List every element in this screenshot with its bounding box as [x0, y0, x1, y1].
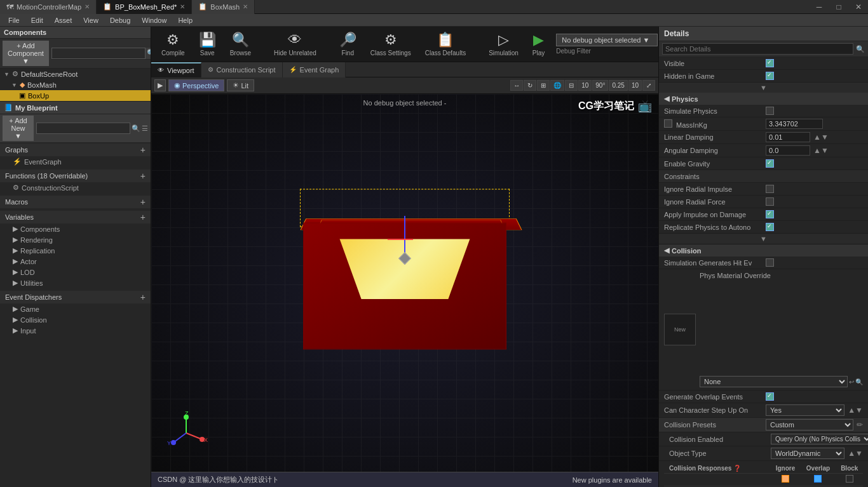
class-settings-button[interactable]: ⚙ Class Settings — [365, 29, 416, 59]
physics-scroll-arrow[interactable]: ▼ — [659, 234, 868, 244]
tab-close-motion[interactable]: ✕ — [85, 3, 90, 10]
default-ignore-cb[interactable] — [782, 475, 789, 483]
visible-checkbox[interactable] — [766, 59, 774, 67]
tab-bp-boxmesh[interactable]: 📋 BP_BoxMesh_Red* ✕ — [97, 0, 192, 14]
event-dispatchers-add-button[interactable]: + — [140, 292, 146, 302]
maximize-button[interactable]: □ — [829, 0, 848, 14]
macros-add-button[interactable]: + — [140, 197, 146, 207]
menu-view[interactable]: View — [78, 15, 104, 25]
save-button[interactable]: 💾 Save — [194, 29, 221, 59]
lit-button[interactable]: ☀ Lit — [227, 79, 254, 91]
bp-item-utilities[interactable]: ▶ Utilities — [0, 277, 151, 288]
bp-variables-header[interactable]: Variables + — [0, 211, 151, 223]
bp-functions-header[interactable]: Functions (18 Overridable) + — [0, 170, 151, 182]
default-block-cb[interactable] — [846, 475, 853, 483]
tab-event-graph[interactable]: ⚡ Event Graph — [283, 62, 346, 77]
physics-section-header[interactable]: ◀ Physics — [659, 93, 868, 105]
apply-impulse-checkbox[interactable] — [766, 210, 774, 218]
collision-responses-help[interactable]: ❓ — [733, 465, 741, 472]
grid-snap-value[interactable]: 10 — [578, 80, 592, 91]
bp-view-toggle[interactable]: ☰ — [142, 124, 148, 133]
maximize-viewport[interactable]: ⤢ — [642, 80, 655, 91]
linear-damping-input[interactable] — [766, 132, 810, 142]
tab-viewport[interactable]: 👁 Viewport — [151, 62, 201, 77]
angle-snap-icon[interactable]: 90° — [592, 80, 608, 91]
scroll-down-arrow[interactable]: ▼ — [659, 83, 868, 93]
scale-snap-value[interactable]: 0.25 — [609, 80, 627, 91]
viewport-3d[interactable]: X Z Y CG学习笔记 📺 No debug object selected … — [151, 94, 658, 487]
collision-enabled-select[interactable]: Query Only (No Physics Collision) — [771, 434, 868, 444]
bp-item-event-graph[interactable]: ⚡ EventGraph — [0, 156, 151, 167]
realtime-toggle[interactable]: ▶ — [154, 79, 166, 91]
tab-construction-script[interactable]: ⚙ Construction Script — [201, 62, 283, 77]
bp-item-actor[interactable]: ▶ Actor — [0, 256, 151, 267]
can-step-select[interactable]: Yes No — [766, 404, 844, 416]
add-component-button[interactable]: + Add Component ▼ — [3, 41, 49, 66]
angular-damping-arrow[interactable]: ▲▼ — [813, 146, 829, 155]
bp-item-construction-script[interactable]: ⚙ ConstructionScript — [0, 182, 151, 193]
bp-item-components[interactable]: ▶ Components — [0, 223, 151, 234]
mass-enable-checkbox[interactable] — [664, 119, 672, 128]
bp-item-replication[interactable]: ▶ Replication — [0, 245, 151, 256]
phys-material-search-icon[interactable]: 🔍 — [855, 378, 863, 385]
surface-snapping-icon[interactable]: ⊟ — [565, 80, 578, 91]
graphs-add-button[interactable]: + — [140, 145, 146, 155]
replicate-physics-checkbox[interactable] — [766, 223, 774, 231]
bp-item-game[interactable]: ▶ Game — [0, 304, 151, 314]
ignore-radial-force-checkbox[interactable] — [766, 197, 774, 206]
debug-dropdown[interactable]: No debug object selected ▼ — [556, 34, 658, 46]
collision-section-header[interactable]: ◀ Collision — [659, 244, 868, 257]
add-new-button[interactable]: + Add New ▼ — [3, 116, 34, 141]
default-overlap-cb[interactable] — [814, 475, 822, 483]
rotate-icon[interactable]: ↻ — [524, 80, 536, 91]
functions-add-button[interactable]: + — [140, 171, 146, 181]
enable-gravity-checkbox[interactable] — [766, 159, 774, 168]
bp-item-input[interactable]: ▶ Input — [0, 325, 151, 336]
menu-asset[interactable]: Asset — [50, 15, 78, 25]
phys-material-back-icon[interactable]: ↩ — [849, 378, 854, 385]
bp-graphs-header[interactable]: Graphs + — [0, 143, 151, 156]
variables-add-button[interactable]: + — [140, 212, 146, 222]
compile-button[interactable]: ⚙ Compile — [156, 29, 190, 59]
bp-search-input[interactable] — [36, 123, 130, 134]
class-defaults-button[interactable]: 📋 Class Defaults — [420, 29, 471, 59]
browse-button[interactable]: 🔍 Browse — [225, 29, 256, 59]
object-type-select[interactable]: WorldDynamic — [771, 448, 844, 459]
tree-item-boxup[interactable]: ▣ BoxUp — [0, 90, 151, 101]
tab-close-bm[interactable]: ✕ — [243, 3, 248, 10]
minimize-button[interactable]: ─ — [810, 0, 829, 14]
translate-icon[interactable]: ↔ — [510, 80, 523, 91]
bp-item-rendering[interactable]: ▶ Rendering — [0, 234, 151, 245]
tab-motion-controller-map[interactable]: 🗺 MotionControllerMap ✕ — [0, 0, 97, 14]
bp-item-collision[interactable]: ▶ Collision — [0, 314, 151, 325]
find-button[interactable]: 🔎 Find — [334, 29, 362, 59]
details-search-input[interactable] — [662, 43, 853, 55]
world-local-icon[interactable]: 🌐 — [550, 80, 564, 91]
my-blueprint-header[interactable]: 📘 My Blueprint — [0, 101, 151, 114]
can-step-arrow[interactable]: ▲▼ — [848, 406, 863, 415]
menu-window[interactable]: Window — [137, 15, 172, 25]
bp-event-dispatchers-header[interactable]: Event Dispatchers + — [0, 291, 151, 304]
play-button[interactable]: ▶ Play — [527, 29, 550, 59]
collision-presets-edit[interactable]: ✏ — [857, 420, 863, 429]
menu-file[interactable]: File — [3, 15, 25, 25]
simulate-physics-checkbox[interactable] — [766, 107, 774, 115]
menu-debug[interactable]: Debug — [105, 15, 135, 25]
bp-item-lod[interactable]: ▶ LOD — [0, 267, 151, 277]
tree-item-default-scene-root[interactable]: ▼ ⚙ DefaultSceneRoot — [0, 69, 151, 79]
phys-material-select[interactable]: None — [700, 376, 848, 387]
simulation-button[interactable]: ▷ Simulation — [484, 29, 524, 59]
menu-help[interactable]: Help — [173, 15, 198, 25]
ignore-radial-impulse-checkbox[interactable] — [766, 185, 774, 193]
angular-damping-input[interactable] — [766, 145, 810, 156]
hide-unrelated-button[interactable]: 👁 Hide Unrelated — [269, 29, 322, 59]
camera-speed-value[interactable]: 10 — [628, 80, 642, 91]
linear-damping-arrow[interactable]: ▲▼ — [813, 133, 829, 142]
object-type-arrow[interactable]: ▲▼ — [848, 449, 863, 458]
close-button[interactable]: ✕ — [849, 0, 868, 14]
tab-boxmash[interactable]: 📋 BoxMash ✕ — [192, 0, 255, 14]
perspective-button[interactable]: ◉ Perspective — [168, 79, 224, 91]
menu-edit[interactable]: Edit — [26, 15, 48, 25]
generate-overlap-checkbox[interactable] — [766, 392, 774, 401]
tab-close-bp[interactable]: ✕ — [180, 3, 185, 10]
